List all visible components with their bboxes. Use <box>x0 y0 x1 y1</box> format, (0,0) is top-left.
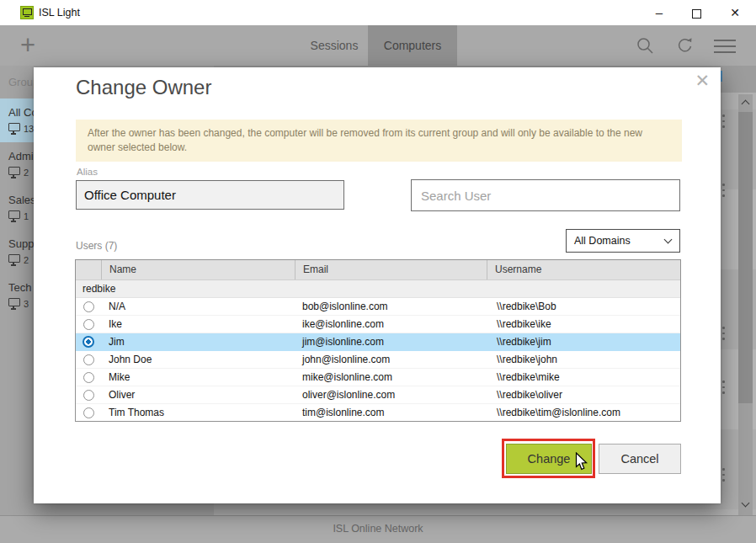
kebab-menu-icon <box>722 327 725 343</box>
domain-filter-dropdown[interactable]: All Domains <box>566 229 680 253</box>
user-name: Oliver <box>101 389 295 401</box>
user-username: \\redbike\ike <box>487 318 680 330</box>
chevron-down-icon <box>664 236 673 244</box>
radio-button[interactable] <box>83 301 94 312</box>
hamburger-menu-icon[interactable] <box>714 40 736 57</box>
minimize-button[interactable]: – <box>646 0 673 25</box>
change-owner-dialog: ✕ Change Owner After the owner has been … <box>34 67 721 503</box>
column-name: Name <box>101 260 295 279</box>
tab-computers[interactable]: Computers <box>368 25 457 66</box>
users-table-header: Name Email Username <box>76 260 680 280</box>
alias-input[interactable] <box>76 180 344 210</box>
computer-icon <box>8 123 20 131</box>
domain-group-row: redbike <box>76 280 680 298</box>
dialog-title: Change Owner <box>76 76 211 99</box>
radio-button[interactable] <box>83 390 94 401</box>
user-username: \\redbike\oliver <box>487 389 680 401</box>
kebab-menu-icon <box>722 184 725 200</box>
scrollbar-thumb[interactable] <box>738 112 753 403</box>
scroll-up-icon[interactable] <box>742 100 750 109</box>
notice-banner: After the owner has been changed, the co… <box>76 120 682 162</box>
user-row[interactable]: Ikeike@islonline.com\\redbike\ike <box>76 316 680 333</box>
cancel-button[interactable]: Cancel <box>599 444 681 474</box>
kebab-menu-icon <box>722 381 725 397</box>
dialog-close-icon[interactable]: ✕ <box>695 71 710 91</box>
radio-button[interactable] <box>83 407 94 418</box>
column-email: Email <box>295 260 487 279</box>
user-name: Jim <box>101 336 295 348</box>
computer-icon <box>8 167 20 175</box>
user-username: \\redbike\Bob <box>487 301 680 312</box>
app-icon <box>20 6 34 19</box>
change-button[interactable]: Change <box>506 444 592 474</box>
users-table-body: N/Abob@islonline.com\\redbike\BobIkeike@… <box>76 298 680 422</box>
window-title: ISL Light <box>39 0 80 25</box>
user-email: tim@islonline.com <box>295 407 487 418</box>
computer-icon <box>8 254 20 263</box>
user-row[interactable]: Oliveroliver@islonline.com\\redbike\oliv… <box>76 386 680 404</box>
domain-filter-value: All Domains <box>574 235 631 247</box>
user-email: oliver@islonline.com <box>295 389 487 401</box>
user-row[interactable]: N/Abob@islonline.com\\redbike\Bob <box>76 298 680 316</box>
column-username: Username <box>487 260 680 279</box>
user-name: N/A <box>101 301 295 312</box>
alias-label: Alias <box>77 167 98 177</box>
user-row[interactable]: Mikemike@islonline.com\\redbike\mike <box>76 369 680 386</box>
kebab-menu-icon <box>722 114 725 131</box>
tab-sessions[interactable]: Sessions <box>292 25 376 66</box>
user-name: Mike <box>101 371 295 383</box>
user-username: \\redbike\john <box>487 354 680 365</box>
user-email: jim@islonline.com <box>295 336 487 348</box>
title-bar: ISL Light – ✕ <box>0 0 756 25</box>
user-email: john@islonline.com <box>295 354 487 365</box>
user-name: Tim Thomas <box>101 407 295 418</box>
radio-button[interactable] <box>83 319 94 330</box>
scroll-down-icon[interactable] <box>742 499 750 508</box>
toolbar: + Sessions Computers <box>0 25 756 66</box>
radio-button[interactable] <box>83 336 94 348</box>
radio-button[interactable] <box>83 354 94 365</box>
computer-count: 1 <box>24 211 29 221</box>
add-button[interactable]: + <box>20 25 35 66</box>
users-count-label: Users (7) <box>76 240 117 252</box>
computer-count: 3 <box>24 299 29 309</box>
radio-button[interactable] <box>83 372 94 383</box>
user-row[interactable]: Tim Thomastim@islonline.com\\redbike\tim… <box>76 404 680 422</box>
maximize-icon <box>692 9 701 19</box>
user-username: \\redbike\jim <box>487 336 680 348</box>
search-user-input[interactable] <box>411 179 680 211</box>
computer-count: 13 <box>24 124 34 134</box>
user-email: bob@islonline.com <box>295 301 487 312</box>
status-bar: ISL Online Network <box>0 516 756 543</box>
computer-count: 2 <box>24 168 29 178</box>
maximize-button[interactable] <box>683 0 710 25</box>
user-name: John Doe <box>101 354 295 365</box>
user-email: mike@islonline.com <box>295 371 487 383</box>
user-name: Ike <box>101 318 295 330</box>
close-window-button[interactable]: ✕ <box>721 0 748 25</box>
computer-icon <box>8 298 20 306</box>
computer-icon <box>8 210 20 219</box>
kebab-menu-icon <box>722 468 725 485</box>
user-username: \\redbike\mike <box>487 371 680 383</box>
user-row[interactable]: John Doejohn@islonline.com\\redbike\john <box>76 351 680 369</box>
user-username: \\redbike\tim@islonline.com <box>487 407 680 418</box>
vertical-scrollbar[interactable] <box>738 94 753 515</box>
computer-count: 2 <box>24 255 29 265</box>
user-email: ike@islonline.com <box>295 318 487 330</box>
refresh-icon[interactable] <box>675 35 695 56</box>
search-icon[interactable] <box>635 35 655 56</box>
user-row[interactable]: Jimjim@islonline.com\\redbike\jim <box>76 333 680 351</box>
users-table: Name Email Username redbike N/Abob@islon… <box>75 259 681 422</box>
